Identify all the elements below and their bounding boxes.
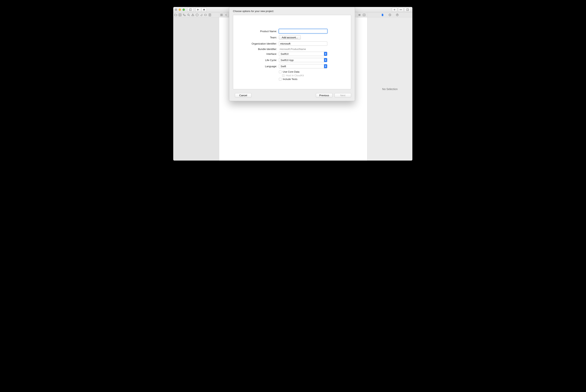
language-popup[interactable]: Swift xyxy=(279,64,327,68)
inspector-selector xyxy=(367,12,412,17)
report-navigator-icon[interactable] xyxy=(208,13,212,17)
host-in-cloudkit-label: Host in CloudKit xyxy=(286,74,304,77)
file-inspector-icon[interactable] xyxy=(381,13,384,17)
stop-button[interactable] xyxy=(201,8,207,12)
svg-rect-11 xyxy=(183,14,184,15)
navigator-sidebar xyxy=(173,18,219,160)
language-label: Language: xyxy=(238,65,279,68)
find-navigator-icon[interactable] xyxy=(187,13,190,17)
language-popup-value: Swift xyxy=(281,65,286,68)
svg-rect-12 xyxy=(185,15,185,16)
add-editor-icon[interactable] xyxy=(362,13,366,17)
chevron-updown-icon xyxy=(324,52,327,56)
host-in-cloudkit-checkbox xyxy=(282,74,285,77)
sheet-form-pane: Product Name: Team: Add account... Organ… xyxy=(233,15,351,89)
svg-marker-2 xyxy=(198,9,199,10)
editor-options-icon[interactable] xyxy=(358,13,361,17)
inspector-empty-label: No Selection xyxy=(382,88,397,91)
svg-line-14 xyxy=(189,15,190,16)
cancel-button[interactable]: Cancel xyxy=(235,93,252,98)
window-controls xyxy=(175,8,185,11)
interface-label: Interface: xyxy=(238,52,279,56)
zoom-window-button[interactable] xyxy=(183,8,185,11)
use-core-data-label: Use Core Data xyxy=(283,70,299,73)
sheet-heading: Choose options for your new project: xyxy=(233,10,351,12)
product-name-input[interactable] xyxy=(279,29,327,33)
svg-rect-6 xyxy=(406,9,408,11)
run-button[interactable] xyxy=(195,8,201,12)
bundle-identifier-value: microsoft.ProductName xyxy=(279,48,306,50)
chevron-updown-icon xyxy=(324,64,327,68)
source-control-navigator-icon[interactable] xyxy=(178,13,182,17)
interface-popup[interactable]: SwiftUI xyxy=(279,52,327,56)
inspector-panel: No Selection xyxy=(367,18,412,160)
lifecycle-popup[interactable]: SwiftUI App xyxy=(279,58,327,62)
navigator-selector xyxy=(173,12,219,17)
use-core-data-checkbox[interactable] xyxy=(279,70,282,73)
close-window-button[interactable] xyxy=(175,8,177,11)
bundle-identifier-label: Bundle Identifier: xyxy=(238,48,279,50)
previous-button[interactable]: Previous xyxy=(316,93,333,98)
history-inspector-icon[interactable] xyxy=(388,13,392,17)
xcode-window: No Selection No Selection xyxy=(173,7,412,160)
svg-rect-24 xyxy=(220,15,221,16)
help-inspector-icon[interactable] xyxy=(395,13,399,17)
toggle-inspector-button[interactable] xyxy=(404,8,411,12)
svg-rect-23 xyxy=(222,14,222,14)
svg-rect-0 xyxy=(189,9,192,11)
org-identifier-input[interactable] xyxy=(279,42,327,46)
svg-rect-25 xyxy=(222,15,222,16)
test-navigator-icon[interactable] xyxy=(195,13,199,17)
project-navigator-icon[interactable] xyxy=(174,13,178,17)
product-name-label: Product Name: xyxy=(238,30,279,33)
sheet-footer: Cancel Previous Next xyxy=(233,93,351,98)
org-identifier-label: Organization Identifier: xyxy=(238,42,279,45)
team-label: Team: xyxy=(238,36,279,39)
toggle-navigator-button[interactable] xyxy=(187,8,194,12)
lifecycle-popup-value: SwiftUI App xyxy=(281,59,294,62)
chevron-updown-icon xyxy=(324,58,327,62)
svg-point-17 xyxy=(202,14,202,14)
svg-rect-3 xyxy=(204,9,205,10)
interface-popup-value: SwiftUI xyxy=(281,52,289,56)
new-project-options-sheet: Choose options for your new project: Pro… xyxy=(229,7,355,101)
lifecycle-label: Life Cycle: xyxy=(238,59,279,62)
svg-rect-22 xyxy=(220,14,221,14)
include-tests-label: Include Tests xyxy=(283,78,297,80)
svg-point-16 xyxy=(193,15,193,16)
add-account-button[interactable]: Add account... xyxy=(279,35,301,40)
code-review-button[interactable] xyxy=(398,8,403,12)
breakpoint-navigator-icon[interactable] xyxy=(204,13,207,17)
minimize-window-button[interactable] xyxy=(179,8,181,11)
debug-navigator-icon[interactable] xyxy=(200,13,203,17)
svg-point-13 xyxy=(188,14,189,16)
library-button[interactable] xyxy=(392,8,397,12)
related-items-icon[interactable] xyxy=(219,12,224,18)
include-tests-checkbox[interactable] xyxy=(279,78,282,80)
symbol-navigator-icon[interactable] xyxy=(183,13,186,17)
issue-navigator-icon[interactable] xyxy=(191,13,195,17)
go-back-icon[interactable] xyxy=(224,12,228,18)
next-button: Next xyxy=(334,93,351,98)
